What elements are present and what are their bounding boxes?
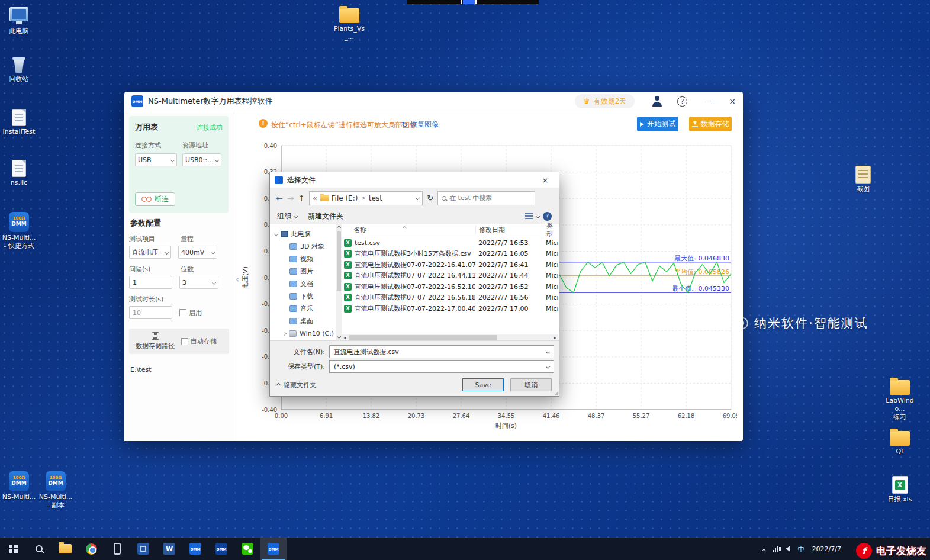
data-store-button[interactable]: 数据存储 [689,117,732,131]
filename-input[interactable]: 直流电压测试数据.csv [329,345,554,358]
dialog-close-icon[interactable]: × [536,176,554,185]
enable-checkbox[interactable]: 启用 [179,308,202,317]
input-method-indicator[interactable]: 中 [798,545,805,553]
tree-item[interactable]: 视频 [270,253,336,265]
column-name[interactable]: 名称 [342,226,475,234]
scrollbar-thumb[interactable] [337,231,341,291]
tree-scrollbar[interactable] [336,224,342,340]
resource-address-select[interactable]: USB0::0x1A [182,153,221,166]
taskbar-word[interactable]: W [156,538,182,560]
help-icon[interactable]: ? [677,96,687,107]
breadcrumb-drive[interactable]: File (E:) [332,194,358,202]
tree-item[interactable]: Win10 (C:) [270,327,336,340]
desktop-icon-labwindows[interactable]: LabWindo...练习 [881,376,919,421]
scroll-up-icon[interactable] [337,226,341,230]
tree-item[interactable]: 此电脑 [270,228,336,240]
column-type[interactable]: 类型 [543,221,558,239]
search-input[interactable] [449,194,531,202]
back-icon[interactable]: ← [276,194,283,203]
tree-expand-icon[interactable] [282,332,287,336]
file-row[interactable]: X直流电压测试数据07-07-2022-16.52.10...2022/7/7 … [342,281,558,292]
desktop-icon-screenshot[interactable]: 截图 [844,166,882,194]
range-select[interactable]: 400mV [178,246,217,259]
taskbar-search[interactable] [26,538,52,560]
file-row[interactable]: X直流电压测试数据07-07-2022-16.56.18...2022/7/7 … [342,292,558,304]
user-account-icon[interactable] [651,96,663,107]
scroll-left-icon[interactable]: ◂ [342,335,348,340]
disconnect-button[interactable]: 断连 [135,192,175,206]
tree-item[interactable]: 文档 [270,278,336,290]
new-folder-button[interactable]: 新建文件夹 [308,211,343,221]
search-box[interactable] [437,191,535,205]
address-bar[interactable]: « File (E:) > test [309,191,423,205]
scroll-down-icon[interactable] [337,334,341,339]
taskbar-clock[interactable]: 2022/7/7 [812,545,841,553]
breadcrumb-folder[interactable]: test [369,194,382,202]
tree-expand-icon[interactable] [274,232,278,236]
restore-image-button[interactable]: ↻ 恢复图像 [401,120,439,130]
license-badge[interactable]: ♛ 有效期2天 [575,94,635,108]
chevron-down-icon[interactable] [536,214,540,218]
scrollbar-thumb[interactable] [349,335,497,340]
desktop-icon-ns-copy-a[interactable]: 100Ω DMM NS-Multi... [0,471,38,501]
file-row[interactable]: X直流电压测试数据07-07-2022-16.44.11...2022/7/7 … [342,271,558,282]
taskbar-ns-multimeter-active[interactable]: DMM [260,538,287,560]
desktop-icon-ns-lic[interactable]: ns.lic [0,160,38,187]
tree-item[interactable]: 音乐 [270,302,336,315]
tree-item[interactable]: 3D 对象 [270,240,336,253]
organize-menu[interactable]: 组织 [277,211,297,221]
file-row[interactable]: Xtest.csv2022/7/7 16:53Micr [342,237,558,249]
connection-type-select[interactable]: USB [135,153,177,166]
tree-item[interactable]: 下载 [270,290,336,302]
taskbar-phone[interactable] [104,538,130,560]
file-row[interactable]: X直流电压测试数据07-07-2022-16.41.07...2022/7/7 … [342,259,558,271]
horizontal-scrollbar[interactable]: ◂ ▸ [342,334,558,340]
network-icon[interactable] [773,546,778,552]
address-dropdown-icon[interactable] [416,196,420,200]
forward-icon[interactable]: → [287,194,294,203]
storage-path-button[interactable]: 数据存储路径 [131,332,179,350]
desktop-icon-plants[interactable]: Plants_Vs_... [330,5,368,41]
scroll-right-icon[interactable]: ▸ [552,335,558,340]
start-test-button[interactable]: 开始测试 [637,117,678,131]
view-mode-icon[interactable] [525,213,533,219]
close-button[interactable]: × [729,96,736,106]
volume-icon[interactable] [786,546,790,552]
taskbar-dmm-1[interactable]: DMM [182,538,208,560]
file-row[interactable]: X直流电压测试数据07-07-2022-17.00.40...2022/7/7 … [342,303,558,314]
app-titlebar[interactable]: DMM NS-Multimeter数字万用表程控软件 ♛ 有效期2天 ? — × [124,92,743,111]
resize-grip[interactable]: ◢ [554,390,558,396]
dialog-help-icon[interactable]: ? [543,212,552,221]
taskbar-wechat[interactable] [234,538,260,560]
panel-collapse-handle[interactable]: ‹ [236,274,239,285]
desktop-icon-installtest[interactable]: InstallTest [0,109,38,136]
digits-select[interactable]: 3 [179,276,218,289]
taskbar-explorer[interactable] [52,538,78,560]
minimize-button[interactable]: — [705,96,713,106]
autosave-checkbox[interactable]: 自动存储 [181,337,217,346]
desktop-icon-recycle-bin[interactable]: 回收站 [0,57,38,83]
save-button[interactable]: Save [462,378,504,391]
desktop-icon-daily-report[interactable]: X 日报.xls [881,476,919,504]
taskbar-chrome[interactable] [78,538,104,560]
hide-folders-button[interactable]: 隐藏文件夹 [277,381,316,390]
desktop-icon-ns-shortcut[interactable]: 100Ω DMM NS-Multi...- 快捷方式 [0,212,38,250]
desktop-icon-qt[interactable]: Qt [881,427,919,456]
savetype-select[interactable]: (*.csv) [329,360,554,373]
cancel-button[interactable]: 取消 [510,378,552,391]
desktop-icon-this-pc[interactable]: 此电脑 [0,7,38,36]
up-icon[interactable]: ↑ [298,194,305,203]
taskbar-app-1[interactable] [130,538,156,560]
test-item-select[interactable]: 直流电压 [129,246,171,259]
tree-item[interactable]: 桌面 [270,315,336,327]
file-row[interactable]: X直流电压测试数据3小时15万条数据.csv2022/7/1 16:05Micr [342,249,558,260]
start-button[interactable] [0,538,26,560]
column-date[interactable]: 修改日期 [475,226,543,234]
dialog-titlebar[interactable]: 选择文件 × [270,172,559,188]
tray-expand-icon[interactable] [762,543,765,555]
taskbar-dmm-2[interactable]: DMM [208,538,234,560]
refresh-icon[interactable]: ↻ [427,194,433,202]
duration-input[interactable]: 10 [129,306,172,319]
tree-item[interactable]: 图片 [270,265,336,278]
interval-input[interactable]: 1 [129,276,172,289]
